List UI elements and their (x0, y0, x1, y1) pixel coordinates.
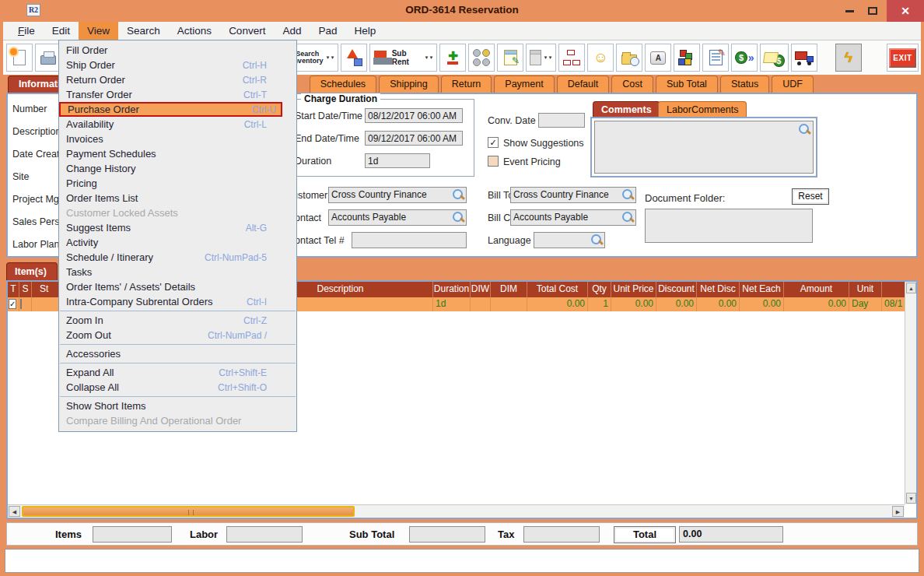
event-pricing-checkbox[interactable] (488, 156, 499, 167)
close-button[interactable]: ✕ (887, 0, 924, 22)
menu-item-availability[interactable]: AvailabilityCtrl-L (59, 117, 296, 132)
money-transfer-button[interactable]: $» (731, 44, 758, 72)
exit-button[interactable]: EXIT (887, 44, 919, 72)
conv-date-field[interactable] (538, 113, 585, 128)
sub-rent-button[interactable]: Sub Rent ▼▼ (369, 44, 437, 72)
menu-edit[interactable]: Edit (44, 22, 79, 40)
menu-file[interactable]: File (9, 22, 44, 40)
menu-item-change-history[interactable]: Change History (59, 161, 296, 176)
menu-item-return-order[interactable]: Return OrderCtrl-R (59, 72, 296, 87)
inventory-cubes-button[interactable] (674, 44, 700, 72)
col-total-cost[interactable]: Total Cost (527, 282, 588, 297)
print-button[interactable] (35, 44, 61, 72)
tab-return[interactable]: Return (441, 76, 492, 93)
start-datetime-field[interactable]: 08/12/2017 06:00 AM (365, 108, 463, 123)
tab-shipping[interactable]: Shipping (379, 76, 439, 93)
duration-field[interactable]: 1d (365, 153, 430, 168)
scroll-down-icon[interactable]: ▼ (906, 493, 916, 504)
scroll-up-icon[interactable]: ▲ (906, 283, 916, 293)
tab-cost[interactable]: Cost (611, 76, 653, 93)
col-diw[interactable]: DIW (471, 282, 491, 297)
tab-labor-comments[interactable]: LaborComments (658, 101, 747, 118)
menu-search[interactable]: Search (118, 22, 169, 40)
menu-convert[interactable]: Convert (220, 22, 274, 40)
col-dim[interactable]: DIM (491, 282, 527, 297)
bill-to-field[interactable]: Cross Country Finance (510, 187, 636, 203)
customer-button[interactable]: ☺ (587, 44, 614, 72)
col-duration[interactable]: Duration (433, 282, 471, 297)
menu-item-purchase-order[interactable]: Purchase OrderCtrl-U (59, 102, 282, 117)
menu-item-fill-order[interactable]: Fill Order (59, 43, 296, 58)
col-net-each[interactable]: Net Each (740, 282, 784, 297)
menu-item-zoom-in[interactable]: Zoom InCtrl-Z (59, 313, 296, 328)
document-folder-field[interactable] (645, 209, 813, 243)
tab-items[interactable]: Item(s) (6, 262, 58, 280)
row-s-checkbox[interactable] (20, 299, 22, 309)
bill-to-lookup-icon[interactable] (622, 189, 634, 201)
horizontal-scrollbar[interactable]: ◀ ▶ (8, 504, 905, 518)
new-order-button[interactable] (6, 44, 33, 72)
col-date[interactable] (882, 282, 905, 297)
customer-lookup-icon[interactable] (453, 189, 464, 201)
menu-item-zoom-out[interactable]: Zoom OutCtrl-NumPad / (59, 328, 296, 342)
menu-pad[interactable]: Pad (310, 22, 345, 40)
customer-field[interactable]: Cross Country Finance (328, 187, 467, 203)
menu-item-order-items-list[interactable]: Order Items List (59, 191, 296, 205)
end-datetime-field[interactable]: 09/12/2017 06:00 AM (365, 131, 463, 146)
menu-item-pricing[interactable]: Pricing (59, 176, 296, 191)
menu-item-transfer-order[interactable]: Transfer OrderCtrl-T (59, 87, 296, 102)
tab-udf[interactable]: UDF (772, 76, 814, 93)
menu-item-invoices[interactable]: Invoices (59, 132, 296, 146)
tab-payment[interactable]: Payment (494, 76, 554, 93)
history-button[interactable] (616, 44, 642, 72)
language-lookup-icon[interactable] (591, 234, 603, 246)
menu-item-expand-all[interactable]: Expand AllCtrl+Shift-E (59, 365, 296, 380)
notes-button[interactable]: ✎ (497, 44, 523, 72)
dropdown-arrows-icon[interactable]: ▼▼ (425, 56, 434, 60)
bill-contact-field[interactable]: Accounts Payable (510, 209, 636, 226)
menu-item-tasks[interactable]: Tasks (59, 265, 296, 279)
tab-status[interactable]: Status (720, 76, 769, 93)
tab-schedules[interactable]: Schedules (310, 76, 376, 93)
col-unit-price[interactable]: Unit Price (611, 282, 656, 297)
language-field[interactable] (534, 232, 605, 248)
menu-item-accessories[interactable]: Accessories (59, 346, 296, 361)
shortcut-key-button[interactable]: A (645, 44, 671, 72)
add-remove-button[interactable]: ✚ (439, 44, 466, 72)
quote-button[interactable]: ϟ (835, 44, 862, 72)
dropdown-arrows-icon[interactable]: ▼▼ (326, 56, 335, 60)
col-net-disc[interactable]: Net Disc (697, 282, 740, 297)
vertical-scrollbar[interactable]: ▲ ▼ (905, 282, 916, 504)
menu-item-collapse-all[interactable]: Collapse AllCtrl+Shift-O (59, 380, 296, 395)
menu-item-suggest-items[interactable]: Suggest ItemsAlt-G (59, 220, 296, 235)
tab-comments[interactable]: Comments (593, 101, 660, 118)
menu-help[interactable]: Help (345, 22, 384, 40)
scroll-right-icon[interactable]: ▶ (892, 506, 904, 517)
org-chart-button[interactable] (558, 44, 585, 72)
delivery-button[interactable] (791, 44, 817, 72)
menu-item-schedule-itinerary[interactable]: Schedule / ItineraryCtrl-NumPad-5 (59, 250, 296, 265)
comments-lookup-icon[interactable] (799, 124, 810, 135)
menu-item-payment-schedules[interactable]: Payment Schedules (59, 146, 296, 161)
menu-item-show-short-items[interactable]: Show Short Items (59, 399, 296, 413)
invoice-button[interactable]: $ (760, 44, 788, 72)
col-amount[interactable]: Amount (784, 282, 849, 297)
menu-item-intra-company-subrental-orders[interactable]: Intra-Company Subrental OrdersCtrl-I (59, 294, 296, 309)
menu-item-activity[interactable]: Activity (59, 235, 296, 250)
reset-button[interactable]: Reset (792, 188, 829, 205)
contact-field[interactable]: Accounts Payable (328, 209, 467, 226)
bill-contact-lookup-icon[interactable] (622, 212, 634, 223)
scroll-left-icon[interactable]: ◀ (9, 506, 20, 517)
show-suggestions-checkbox[interactable]: ✓ (488, 137, 499, 148)
menu-item-ship-order[interactable]: Ship OrderCtrl-H (59, 58, 296, 72)
tab-default[interactable]: Default (557, 76, 610, 93)
maximize-button[interactable] (862, 0, 884, 22)
col-discount[interactable]: Discount (656, 282, 697, 297)
col-s[interactable]: S (19, 282, 32, 297)
dropdown-arrows-icon[interactable]: ▼▼ (544, 56, 553, 60)
menu-view[interactable]: View (79, 22, 118, 40)
menu-actions[interactable]: Actions (169, 22, 220, 40)
minimize-button[interactable] (838, 0, 860, 22)
availability-button[interactable] (468, 44, 495, 72)
edit-document-button[interactable]: ✎ (702, 44, 729, 72)
